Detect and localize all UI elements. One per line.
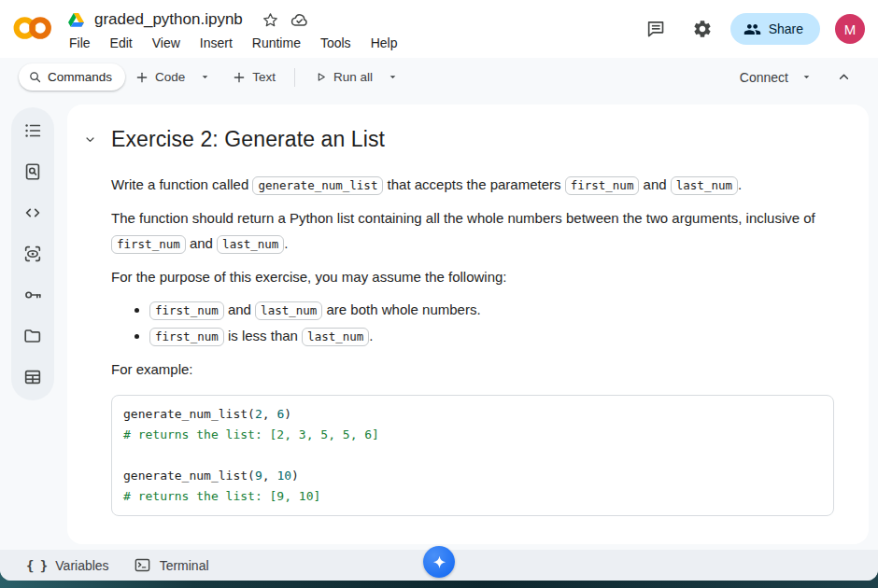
star-icon[interactable] (262, 11, 279, 29)
menu-tools[interactable]: Tools (320, 35, 351, 50)
search-icon (28, 70, 42, 84)
paragraph: For the purpose of this exercise, you ma… (111, 264, 819, 289)
menu-runtime[interactable]: Runtime (252, 35, 301, 50)
variables-label: Variables (55, 558, 108, 573)
commands-label: Commands (48, 70, 112, 84)
code-example-block[interactable]: generate_num_list(2, 6)# returns the lis… (111, 395, 834, 516)
inline-code-chip: last_num (217, 235, 284, 254)
left-sidebar (11, 107, 54, 400)
markdown-cell[interactable]: Exercise 2: Generate an List Write a fun… (67, 105, 869, 544)
terminal-button[interactable]: Terminal (134, 556, 209, 574)
play-icon (314, 70, 328, 84)
menu-view[interactable]: View (152, 35, 180, 50)
connect-dropdown-caret-icon[interactable] (796, 63, 816, 91)
list-item: first_num is less than last_num. (149, 323, 781, 349)
gemini-spark-button[interactable] (423, 546, 455, 578)
menu-insert[interactable]: Insert (200, 35, 233, 50)
settings-gear-icon[interactable] (684, 10, 721, 48)
cloud-saved-icon[interactable] (290, 10, 309, 30)
toolbar-divider (294, 68, 295, 87)
header-actions: Share M (637, 0, 865, 58)
collapse-cell-chevron-icon[interactable] (82, 132, 97, 147)
menu-help[interactable]: Help (371, 35, 398, 50)
inline-code-chip: first_num (565, 176, 640, 195)
assumptions-list: first_num and last_num are both whole nu… (111, 297, 781, 349)
share-people-icon (743, 21, 761, 38)
table-of-contents-icon[interactable] (21, 119, 44, 142)
menu-edit[interactable]: Edit (110, 35, 133, 50)
spark-icon (432, 554, 447, 570)
variables-button[interactable]: { } Variables (26, 558, 109, 573)
drive-icon (68, 13, 84, 27)
terminal-label: Terminal (160, 558, 209, 573)
vision-scan-eye-icon[interactable] (21, 243, 44, 265)
markdown-body: Write a function called generate_num_lis… (67, 172, 869, 516)
add-code-label: Code (155, 70, 185, 84)
user-avatar[interactable]: M (835, 14, 865, 44)
files-folder-icon[interactable] (21, 325, 44, 347)
add-code-dropdown-caret-icon[interactable] (194, 63, 215, 91)
paragraph: The function should return a Python list… (111, 205, 819, 257)
paragraph: Write a function called generate_num_lis… (111, 172, 819, 198)
inline-code-chip: first_num (149, 328, 224, 346)
add-code-button[interactable]: Code (127, 63, 192, 91)
notebook-toolbar: Commands Code Text (0, 58, 878, 96)
colab-window: graded_python.ipynb FileEditViewInsertRu… (0, 0, 878, 581)
title-block: graded_python.ipynb FileEditViewInsertRu… (68, 7, 397, 50)
inline-code-chip: last_num (255, 301, 322, 320)
menu-bar: FileEditViewInsertRuntimeToolsHelp (69, 35, 397, 50)
add-text-button[interactable]: Text (224, 63, 283, 91)
plus-icon (135, 70, 149, 85)
terminal-icon (134, 556, 151, 574)
menu-file[interactable]: File (69, 35, 91, 50)
run-all-dropdown-caret-icon[interactable] (382, 63, 403, 91)
toolbar-right: Connect (736, 63, 857, 91)
notebook-filename[interactable]: graded_python.ipynb (91, 10, 247, 29)
data-table-icon[interactable] (21, 366, 44, 388)
code-snippets-icon[interactable] (21, 202, 44, 224)
braces-icon: { } (26, 558, 47, 573)
inline-code-chip: last_num (302, 328, 369, 346)
list-item: first_num and last_num are both whole nu… (149, 297, 781, 323)
heading-row: Exercise 2: Generate an List (67, 105, 869, 154)
collapse-header-chevron-icon[interactable] (829, 63, 857, 91)
inline-code-chip: last_num (671, 176, 738, 195)
run-all-label: Run all (333, 70, 373, 84)
secrets-key-icon[interactable] (21, 284, 44, 306)
connect-button[interactable]: Connect (736, 70, 792, 85)
share-button[interactable]: Share (730, 13, 820, 45)
plus-icon (232, 70, 247, 85)
inline-code-chip: first_num (149, 301, 224, 320)
comments-icon[interactable] (637, 10, 674, 48)
inline-code-chip: first_num (111, 235, 186, 254)
colab-logo-icon[interactable] (12, 14, 53, 46)
app-header: graded_python.ipynb FileEditViewInsertRu… (0, 0, 878, 58)
find-and-replace-icon[interactable] (21, 161, 44, 183)
share-label: Share (769, 21, 803, 36)
run-all-button[interactable]: Run all (306, 63, 380, 91)
notebook-main: Exercise 2: Generate an List Write a fun… (0, 96, 878, 550)
inline-code-chip: generate_num_list (252, 176, 383, 195)
cell-heading: Exercise 2: Generate an List (111, 124, 385, 154)
paragraph: For example: (111, 357, 819, 382)
add-text-label: Text (252, 70, 276, 84)
commands-button[interactable]: Commands (19, 63, 125, 91)
